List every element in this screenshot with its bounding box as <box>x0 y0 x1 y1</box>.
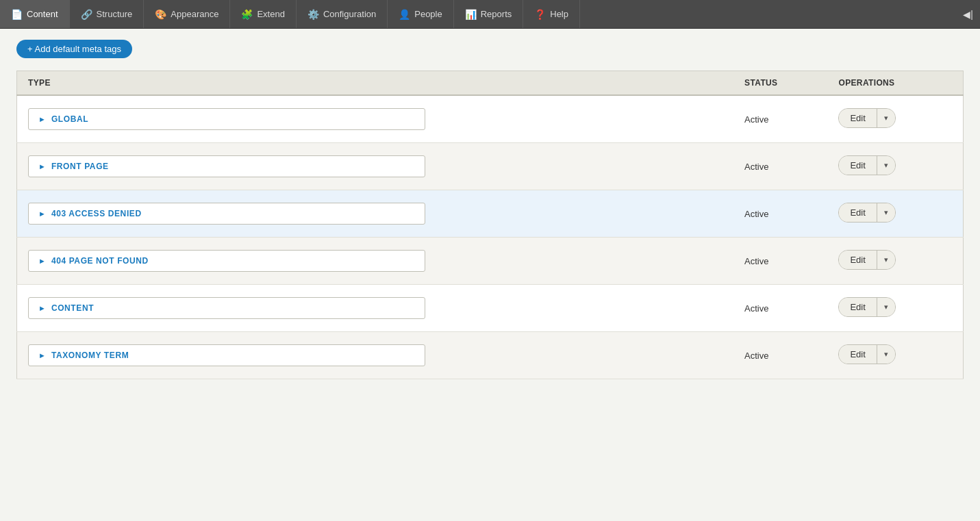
edit-button[interactable]: Edit <box>839 298 877 316</box>
collapse-icon: ◀| <box>963 9 973 20</box>
nav-label-extend: Extend <box>257 9 284 19</box>
type-cell: ►404 PAGE NOT FOUND <box>17 238 734 285</box>
edit-btn-group-front-page: Edit ▾ <box>838 155 895 175</box>
expand-arrow: ► <box>38 304 46 312</box>
nav-label-reports: Reports <box>481 9 512 19</box>
status-cell: Active <box>733 238 827 285</box>
edit-btn-group-taxonomy-term: Edit ▾ <box>838 344 895 364</box>
table-header: TYPE STATUS OPERATIONS <box>17 71 964 96</box>
extend-icon: 🧩 <box>241 9 253 20</box>
add-default-meta-tags-button[interactable]: + Add default meta tags <box>16 40 132 58</box>
structure-icon: 🔗 <box>81 9 92 20</box>
table-row: ►404 PAGE NOT FOUNDActive Edit ▾ <box>17 238 964 285</box>
edit-button[interactable]: Edit <box>839 203 877 222</box>
edit-button[interactable]: Edit <box>839 156 877 175</box>
table-row: ►403 ACCESS DENIEDActive Edit ▾ <box>17 190 964 238</box>
edit-btn-group-global: Edit ▾ <box>838 108 895 128</box>
operations-cell: Edit ▾ <box>827 96 963 140</box>
type-box-taxonomy-term[interactable]: ►TAXONOMY TERM <box>28 344 425 366</box>
table-row: ►GLOBALActive Edit ▾ <box>17 95 964 143</box>
type-cell: ►TAXONOMY TERM <box>17 332 734 379</box>
status-cell: Active <box>733 95 827 143</box>
top-navigation: 📄 Content 🔗 Structure 🎨 Appearance 🧩 Ext… <box>0 0 980 29</box>
edit-dropdown-button[interactable]: ▾ <box>877 345 895 364</box>
help-icon: ❓ <box>534 9 546 20</box>
nav-label-help: Help <box>550 9 568 19</box>
expand-arrow: ► <box>38 162 46 170</box>
appearance-icon: 🎨 <box>155 9 166 20</box>
nav-item-people[interactable]: 👤 People <box>388 0 453 28</box>
edit-btn-group-content: Edit ▾ <box>838 297 895 317</box>
edit-dropdown-button[interactable]: ▾ <box>877 156 895 175</box>
table-row: ►TAXONOMY TERMActive Edit ▾ <box>17 332 964 379</box>
configuration-icon: ⚙️ <box>307 9 319 20</box>
edit-btn-group-403-access-denied: Edit ▾ <box>838 203 895 223</box>
edit-dropdown-button[interactable]: ▾ <box>877 251 895 269</box>
status-cell: Active <box>733 143 827 190</box>
type-label: CONTENT <box>51 303 94 313</box>
nav-spacer <box>580 0 956 28</box>
reports-icon: 📊 <box>465 9 477 20</box>
nav-collapse-button[interactable]: ◀| <box>956 0 980 28</box>
type-box-403-access-denied[interactable]: ►403 ACCESS DENIED <box>28 203 425 225</box>
nav-item-configuration[interactable]: ⚙️ Configuration <box>297 0 388 28</box>
type-box-front-page[interactable]: ►FRONT PAGE <box>28 155 425 177</box>
nav-item-structure[interactable]: 🔗 Structure <box>70 0 145 28</box>
table-row: ►CONTENTActive Edit ▾ <box>17 285 964 332</box>
type-box-content[interactable]: ►CONTENT <box>28 297 425 319</box>
expand-arrow: ► <box>38 257 46 265</box>
edit-dropdown-button[interactable]: ▾ <box>877 203 895 222</box>
col-operations: OPERATIONS <box>827 71 963 96</box>
table-row: ►FRONT PAGEActive Edit ▾ <box>17 143 964 190</box>
operations-cell: Edit ▾ <box>827 238 963 282</box>
nav-item-content[interactable]: 📄 Content <box>0 0 70 28</box>
type-cell: ►CONTENT <box>17 285 734 332</box>
expand-arrow: ► <box>38 351 46 359</box>
edit-dropdown-button[interactable]: ▾ <box>877 109 895 127</box>
type-label: TAXONOMY TERM <box>51 351 129 360</box>
table-body: ►GLOBALActive Edit ▾ ►FRONT PAGEActive E… <box>17 95 964 379</box>
status-cell: Active <box>733 332 827 379</box>
col-type: TYPE <box>17 71 734 96</box>
edit-button[interactable]: Edit <box>839 251 877 269</box>
expand-arrow: ► <box>38 209 46 218</box>
main-content: + Add default meta tags TYPE STATUS OPER… <box>0 29 980 521</box>
operations-cell: Edit ▾ <box>827 332 963 377</box>
meta-tags-table: TYPE STATUS OPERATIONS ►GLOBALActive Edi… <box>16 71 964 379</box>
type-cell: ►FRONT PAGE <box>17 143 734 190</box>
expand-arrow: ► <box>38 115 46 123</box>
operations-cell: Edit ▾ <box>827 285 963 329</box>
edit-dropdown-button[interactable]: ▾ <box>877 298 895 316</box>
type-box-404-page-not-found[interactable]: ►404 PAGE NOT FOUND <box>28 250 425 272</box>
edit-button[interactable]: Edit <box>839 345 877 364</box>
nav-label-people: People <box>414 9 442 19</box>
nav-label-content: Content <box>27 9 58 19</box>
nav-item-appearance[interactable]: 🎨 Appearance <box>144 0 230 28</box>
nav-item-help[interactable]: ❓ Help <box>523 0 580 28</box>
people-icon: 👤 <box>399 9 410 20</box>
nav-item-extend[interactable]: 🧩 Extend <box>230 0 296 28</box>
status-cell: Active <box>733 285 827 332</box>
nav-label-structure: Structure <box>97 9 133 19</box>
type-cell: ►GLOBAL <box>17 95 734 143</box>
type-box-global[interactable]: ►GLOBAL <box>28 108 425 130</box>
col-status: STATUS <box>733 71 827 96</box>
nav-label-configuration: Configuration <box>323 9 376 19</box>
type-label: FRONT PAGE <box>51 162 109 171</box>
edit-btn-group-404-page-not-found: Edit ▾ <box>838 250 895 270</box>
type-label: 404 PAGE NOT FOUND <box>51 256 149 266</box>
operations-cell: Edit ▾ <box>827 190 963 235</box>
nav-item-reports[interactable]: 📊 Reports <box>454 0 524 28</box>
type-label: 403 ACCESS DENIED <box>51 209 142 218</box>
type-label: GLOBAL <box>51 114 88 124</box>
type-cell: ►403 ACCESS DENIED <box>17 190 734 238</box>
edit-button[interactable]: Edit <box>839 109 877 127</box>
nav-label-appearance: Appearance <box>171 9 218 19</box>
operations-cell: Edit ▾ <box>827 143 963 188</box>
content-icon: 📄 <box>11 9 23 20</box>
status-cell: Active <box>733 190 827 238</box>
